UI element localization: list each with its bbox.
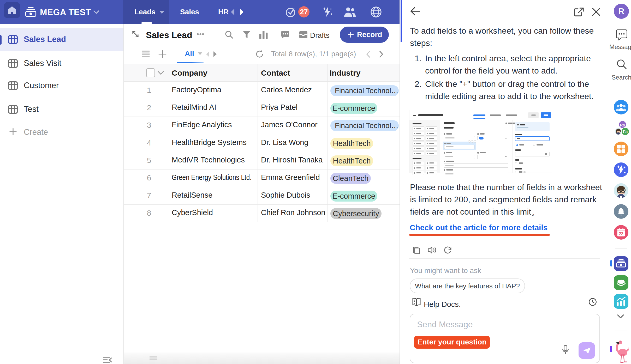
svg-text:22: 22 <box>619 231 623 236</box>
